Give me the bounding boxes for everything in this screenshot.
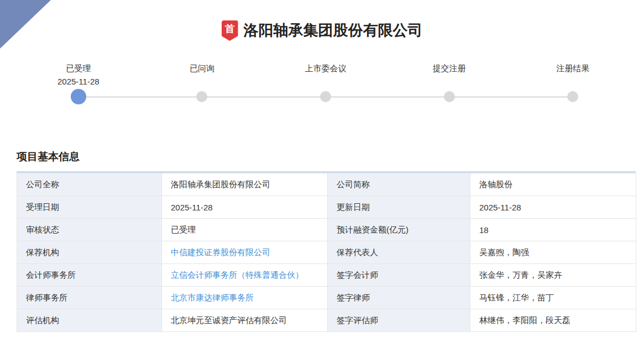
field-value: 洛阳轴承集团股份有限公司 (162, 173, 328, 196)
field-value: 张金华，万青，吴家卉 (470, 264, 636, 287)
field-value: 18 (470, 219, 636, 241)
page-header: 首 洛阳轴承集团股份有限公司 (0, 20, 644, 41)
step-submit-registration: 提交注册 (388, 61, 511, 108)
accounting-firm-link[interactable]: 立信会计师事务所（特殊普通合伙） (171, 270, 303, 279)
field-value: 洛轴股份 (470, 173, 636, 196)
step-dot-active-icon (71, 89, 86, 104)
step-label: 上市委会议 (264, 64, 388, 74)
table-row: 会计师事务所 立信会计师事务所（特殊普通合伙） 签字会计师 张金华，万青，吴家卉 (17, 264, 636, 287)
step-inquired: 已问询 (140, 61, 264, 108)
step-dot-icon (444, 91, 455, 102)
sponsor-link[interactable]: 中信建投证券股份有限公司 (171, 247, 270, 257)
field-value: 马钰锋，江华，苗丁 (470, 287, 636, 309)
step-label: 已受理 (17, 64, 140, 74)
field-label: 公司简称 (328, 173, 470, 196)
step-date: 2025-11-28 (17, 77, 140, 86)
step-dot-icon (320, 91, 331, 102)
step-label: 注册结果 (511, 64, 635, 74)
step-registration-result: 注册结果 (511, 61, 635, 108)
field-label: 更新日期 (328, 196, 470, 219)
field-value: 林继伟，李阳阳，段天磊 (470, 309, 636, 332)
field-label: 律师事务所 (17, 287, 162, 309)
field-label: 审核状态 (17, 219, 162, 241)
step-dot-icon (567, 91, 578, 102)
table-row: 受理日期 2025-11-28 更新日期 2025-11-28 (17, 196, 636, 219)
step-dot-icon (196, 91, 207, 102)
law-firm-link[interactable]: 北京市康达律师事务所 (171, 293, 254, 302)
page-title: 洛阳轴承集团股份有限公司 (244, 20, 423, 41)
field-value: 立信会计师事务所（特殊普通合伙） (162, 264, 328, 287)
step-label: 提交注册 (388, 64, 511, 74)
field-value: 中信建投证券股份有限公司 (162, 241, 328, 264)
field-label: 预计融资金额(亿元) (328, 219, 470, 241)
step-accepted: 已受理 2025-11-28 (17, 61, 140, 108)
step-label: 已问询 (140, 64, 264, 74)
field-label: 会计师事务所 (17, 264, 162, 287)
field-value: 2025-11-28 (162, 196, 328, 219)
review-status-stepper: 已受理 2025-11-28 已问询 上市委会议 提交注册 注册结果 (17, 61, 635, 108)
field-value: 2025-11-28 (470, 196, 636, 219)
field-value: 北京市康达律师事务所 (162, 287, 328, 309)
table-row: 公司全称 洛阳轴承集团股份有限公司 公司简称 洛轴股份 (17, 173, 636, 196)
field-label: 受理日期 (17, 196, 162, 219)
field-value: 已受理 (162, 219, 328, 241)
field-label: 公司全称 (17, 173, 162, 196)
table-row: 律师事务所 北京市康达律师事务所 签字律师 马钰锋，江华，苗丁 (17, 287, 636, 309)
section-title-basic-info: 项目基本信息 (17, 150, 80, 164)
field-label: 保荐机构 (17, 241, 162, 264)
first-issue-badge-icon: 首 (222, 20, 238, 41)
table-row: 保荐机构 中信建投证券股份有限公司 保荐代表人 吴嘉煦，陶强 (17, 241, 636, 264)
field-label: 评估机构 (17, 309, 162, 332)
field-label: 签字律师 (328, 287, 470, 309)
step-listing-committee: 上市委会议 (264, 61, 388, 108)
basic-info-table: 公司全称 洛阳轴承集团股份有限公司 公司简称 洛轴股份 受理日期 2025-11… (17, 171, 636, 332)
table-row: 审核状态 已受理 预计融资金额(亿元) 18 (17, 219, 636, 241)
field-label: 签字评估师 (328, 309, 470, 332)
field-value: 北京坤元至诚资产评估有限公司 (162, 309, 328, 332)
field-label: 保荐代表人 (328, 241, 470, 264)
field-value: 吴嘉煦，陶强 (470, 241, 636, 264)
field-label: 签字会计师 (328, 264, 470, 287)
table-row: 评估机构 北京坤元至诚资产评估有限公司 签字评估师 林继伟，李阳阳，段天磊 (17, 309, 636, 332)
